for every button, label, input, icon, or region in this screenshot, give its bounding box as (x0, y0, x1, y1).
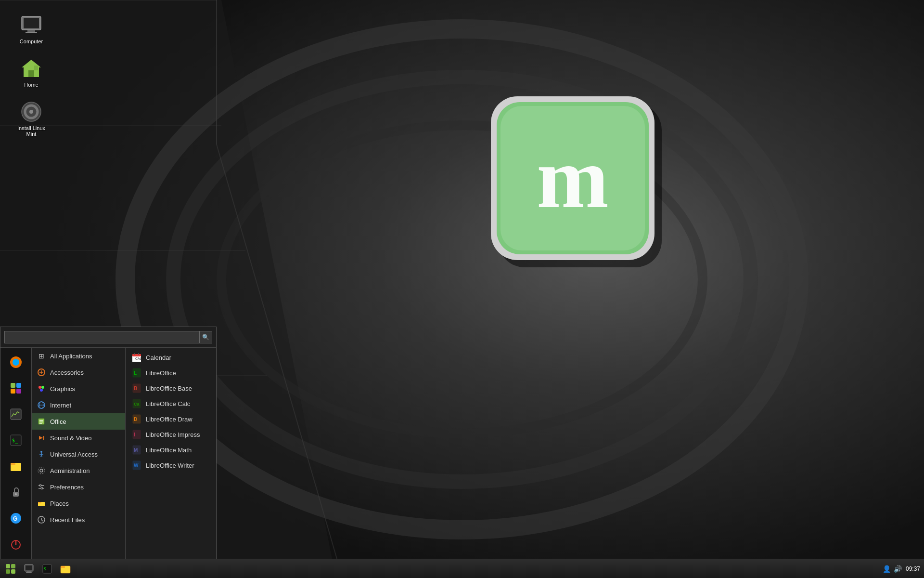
svg-rect-95 (11, 564, 15, 568)
svg-point-38 (15, 493, 17, 495)
svg-text:I: I (134, 432, 135, 437)
sidebar-btn-lock[interactable] (3, 480, 28, 505)
app-libreoffice-draw[interactable]: D LibreOffice Draw (126, 411, 216, 427)
libreoffice-math-icon: M (131, 445, 142, 455)
app-libreoffice-base[interactable]: B LibreOffice Base (126, 381, 216, 396)
menu-sidebar: $_ (0, 348, 32, 559)
install-mint-icon (20, 100, 43, 123)
svg-point-48 (40, 389, 43, 392)
svg-rect-21 (28, 70, 34, 77)
apps-panel: CAL Calendar L LibreOffice B LibreOff (126, 348, 216, 559)
svg-text:Ca: Ca (134, 402, 140, 407)
svg-rect-7 (0, 0, 217, 0)
svg-rect-72 (38, 502, 41, 503)
categories-panel: ⊞ All Applications Accessories Graphics (32, 348, 126, 559)
tray-icons: 👤 🔊 (883, 565, 902, 573)
tray-user-icon: 👤 (883, 565, 891, 573)
svg-text:CAL: CAL (135, 357, 141, 360)
svg-rect-31 (16, 389, 21, 394)
svg-text:M: M (134, 447, 138, 453)
libreoffice-icon: L (131, 368, 142, 378)
svg-marker-56 (39, 436, 43, 440)
svg-rect-29 (16, 383, 21, 388)
taskbar-clock: 09:37 (906, 565, 920, 572)
sidebar-btn-sysmon[interactable] (3, 402, 28, 427)
libreoffice-writer-icon: W (131, 460, 142, 471)
svg-text:$_: $_ (44, 567, 49, 571)
taskbar-right: 👤 🔊 09:37 (879, 565, 924, 573)
taskbar-terminal-button[interactable]: $_ (38, 561, 56, 577)
start-menu: 🔍 (0, 327, 217, 559)
sidebar-btn-shutdown[interactable] (3, 532, 28, 557)
universal-access-icon (37, 449, 46, 459)
sidebar-btn-geany[interactable]: G (3, 506, 28, 531)
office-icon (37, 417, 46, 426)
search-input[interactable] (4, 331, 200, 343)
category-universal-access[interactable]: Universal Access (32, 446, 125, 462)
svg-text:B: B (134, 386, 137, 391)
home-icon (20, 57, 43, 80)
svg-rect-36 (11, 463, 15, 465)
svg-point-46 (38, 386, 41, 389)
svg-point-58 (40, 451, 42, 453)
category-sound-video[interactable]: Sound & Video (32, 430, 125, 446)
svg-rect-97 (11, 569, 15, 574)
app-libreoffice-writer[interactable]: W LibreOffice Writer (126, 458, 216, 473)
libreoffice-draw-icon: D (131, 414, 142, 424)
libreoffice-calc-icon: Ca (131, 398, 142, 409)
svg-rect-57 (43, 436, 44, 440)
taskbar: $_ 👤 🔊 09:37 (0, 559, 924, 578)
desktop-icon-home[interactable]: Home (10, 53, 53, 92)
category-places[interactable]: Places (32, 495, 125, 512)
category-internet[interactable]: Internet (32, 397, 125, 413)
sidebar-btn-files[interactable] (3, 454, 28, 479)
category-preferences[interactable]: Preferences (32, 479, 125, 495)
computer-icon (20, 13, 43, 37)
home-icon-label: Home (24, 82, 38, 88)
svg-rect-66 (41, 485, 44, 486)
svg-rect-17 (24, 18, 39, 28)
tray-volume-icon[interactable]: 🔊 (894, 565, 902, 573)
svg-rect-105 (61, 566, 65, 568)
svg-point-24 (29, 110, 33, 114)
internet-icon (37, 400, 46, 410)
sound-video-icon (37, 433, 46, 443)
sidebar-btn-firefox[interactable] (3, 350, 28, 375)
app-libreoffice-math[interactable]: M LibreOffice Math (126, 442, 216, 458)
taskbar-files-button[interactable] (57, 561, 74, 577)
show-desktop-button[interactable] (20, 561, 38, 577)
administration-icon (37, 466, 46, 475)
category-all-applications[interactable]: ⊞ All Applications (32, 348, 125, 364)
svg-text:D: D (134, 417, 137, 422)
svg-text:$_: $_ (12, 438, 18, 444)
category-administration[interactable]: Administration (32, 462, 125, 479)
svg-text:W: W (134, 463, 139, 468)
app-calendar[interactable]: CAL Calendar (126, 350, 216, 365)
app-libreoffice[interactable]: L LibreOffice (126, 365, 216, 381)
libreoffice-impress-icon: I (131, 429, 142, 440)
svg-text:m: m (537, 130, 609, 226)
svg-rect-30 (11, 389, 15, 394)
graphics-icon (37, 384, 46, 394)
taskbar-left: $_ (0, 561, 76, 577)
category-office[interactable]: Office (32, 413, 125, 430)
calendar-app-icon: CAL (131, 352, 142, 363)
category-graphics[interactable]: Graphics (32, 381, 125, 397)
category-accessories[interactable]: Accessories (32, 364, 125, 381)
sidebar-btn-terminal[interactable]: $_ (3, 428, 28, 453)
svg-rect-18 (27, 30, 35, 32)
desktop: m Computer (0, 0, 924, 578)
sidebar-btn-software[interactable] (3, 376, 28, 401)
category-recent-files[interactable]: Recent Files (32, 512, 125, 528)
desktop-icons: Computer Home Install Linu (10, 10, 53, 141)
menu-content: $_ (0, 348, 216, 559)
svg-point-47 (41, 386, 44, 389)
mint-menu-button[interactable] (2, 561, 19, 577)
app-libreoffice-impress[interactable]: I LibreOffice Impress (126, 427, 216, 442)
desktop-icon-install-mint[interactable]: Install Linux Mint (10, 96, 53, 141)
desktop-icon-computer[interactable]: Computer (10, 10, 53, 48)
app-libreoffice-calc[interactable]: Ca LibreOffice Calc (126, 396, 216, 411)
svg-text:G: G (13, 515, 17, 522)
svg-rect-28 (11, 383, 15, 388)
search-button[interactable]: 🔍 (200, 331, 212, 343)
